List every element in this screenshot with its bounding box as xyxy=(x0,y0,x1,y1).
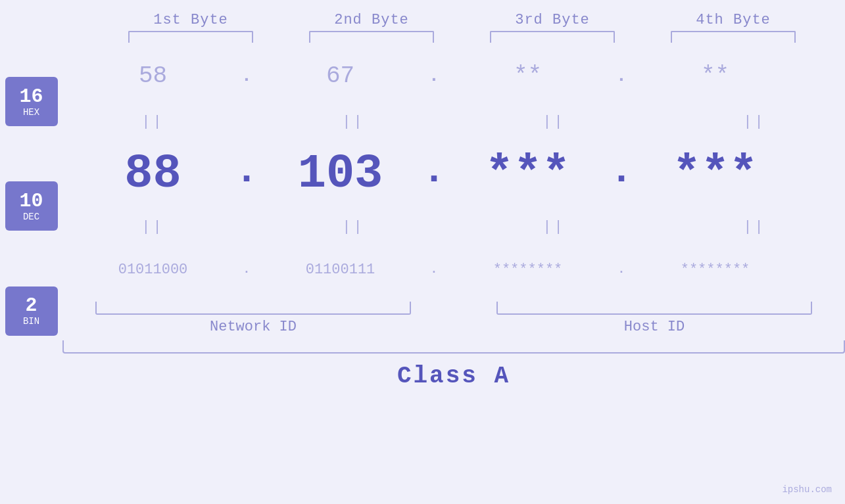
class-label-container: Class A xyxy=(62,363,845,390)
bin-cells: 01011000 . 01100111 . ******** . *******… xyxy=(62,262,845,278)
bin-b2-cell: 01100111 xyxy=(250,262,431,278)
equals-dec-bin: || || || || xyxy=(62,214,845,240)
host-id-bracket-container xyxy=(464,302,845,315)
dec-cells: 88 . 103 . *** . *** xyxy=(62,147,845,201)
byte1-header: 1st Byte xyxy=(101,12,281,28)
hex-b4-cell: ** xyxy=(625,62,806,89)
hex-b1-value: 58 xyxy=(139,62,167,89)
hex-label: HEX xyxy=(23,108,39,117)
eq2-b1: || xyxy=(62,219,243,235)
content-grid: 58 . 67 . ** . ** xyxy=(62,43,845,390)
byte2-header: 2nd Byte xyxy=(281,12,462,28)
dec-b3-value: *** xyxy=(485,147,571,201)
bottom-brackets-row xyxy=(62,302,845,315)
network-id-bracket-container xyxy=(62,302,444,315)
bases-column: 16 HEX 10 DEC 2 BIN xyxy=(0,43,62,390)
bracket-line-b4 xyxy=(671,31,796,43)
host-id-label: Host ID xyxy=(464,319,845,335)
hex-b3-value: ** xyxy=(514,62,542,89)
dec-row: 88 . 103 . *** . *** xyxy=(62,135,845,214)
class-bracket xyxy=(62,340,845,354)
dec-b1-value: 88 xyxy=(124,147,181,201)
main-container: 1st Byte 2nd Byte 3rd Byte 4th Byte 16 H… xyxy=(0,0,845,504)
id-labels-row: Network ID Host ID xyxy=(62,319,845,335)
bracket-b3 xyxy=(462,31,643,43)
equals-hex-dec: || || || || xyxy=(62,108,845,135)
dec-b4-cell: *** xyxy=(625,147,806,201)
byte3-header: 3rd Byte xyxy=(462,12,643,28)
dec-b4-value: *** xyxy=(673,147,758,201)
bin-label: BIN xyxy=(23,317,39,326)
bracket-b2 xyxy=(281,31,462,43)
bin-b1-cell: 01011000 xyxy=(62,262,243,278)
bin-b4-cell: ******** xyxy=(625,262,806,278)
label-spacer xyxy=(444,319,464,335)
hex-num: 16 xyxy=(19,87,43,106)
hex-b2-cell: 67 xyxy=(250,62,431,89)
dec-b2-value: 103 xyxy=(298,147,383,201)
bin-row: 01011000 . 01100111 . ******** . *******… xyxy=(62,240,845,299)
hex-cells: 58 . 67 . ** . ** xyxy=(62,62,845,89)
bin-b2-value: 01100111 xyxy=(306,262,375,278)
dec-b2-cell: 103 xyxy=(250,147,431,201)
bracket-line-b1 xyxy=(128,31,253,43)
hex-b1-cell: 58 xyxy=(62,62,243,89)
host-id-bracket xyxy=(496,302,812,315)
class-bracket-container xyxy=(62,340,845,354)
bin-b4-value: ******** xyxy=(681,262,750,278)
bracket-line-b2 xyxy=(309,31,434,43)
dec-num: 10 xyxy=(19,191,43,211)
bin-badge: 2 BIN xyxy=(5,286,58,336)
network-id-label: Network ID xyxy=(62,319,444,335)
hex-badge: 16 HEX xyxy=(5,77,58,126)
hex-b3-cell: ** xyxy=(437,62,618,89)
rows-wrapper: 16 HEX 10 DEC 2 BIN 58 . xyxy=(0,43,845,390)
dec-b1-cell: 88 xyxy=(62,147,243,201)
eq2-b2: || xyxy=(263,219,444,235)
eq1-b2: || xyxy=(263,114,444,130)
bin-num: 2 xyxy=(25,296,37,315)
watermark: ipshu.com xyxy=(782,484,832,495)
bracket-b1 xyxy=(101,31,281,43)
network-id-bracket xyxy=(95,302,411,315)
eq1-b1: || xyxy=(62,114,243,130)
top-brackets xyxy=(39,31,845,43)
dec-label: DEC xyxy=(23,212,39,221)
bin-b3-value: ******** xyxy=(493,262,563,278)
bin-b1-value: 01011000 xyxy=(118,262,188,278)
class-label: Class A xyxy=(397,363,510,390)
bracket-line-b3 xyxy=(490,31,615,43)
eq1-b4: || xyxy=(664,114,845,130)
hex-b4-value: ** xyxy=(701,62,729,89)
eq2-b3: || xyxy=(464,219,644,235)
hex-row: 58 . 67 . ** . ** xyxy=(62,43,845,108)
bin-b3-cell: ******** xyxy=(437,262,618,278)
eq2-b4: || xyxy=(664,219,845,235)
eq1-b3: || xyxy=(464,114,644,130)
byte4-header: 4th Byte xyxy=(643,12,824,28)
bracket-b4 xyxy=(643,31,824,43)
dec-badge: 10 DEC xyxy=(5,181,58,231)
hex-b2-value: 67 xyxy=(326,62,354,89)
dec-b3-cell: *** xyxy=(437,147,618,201)
byte-headers: 1st Byte 2nd Byte 3rd Byte 4th Byte xyxy=(39,12,845,28)
